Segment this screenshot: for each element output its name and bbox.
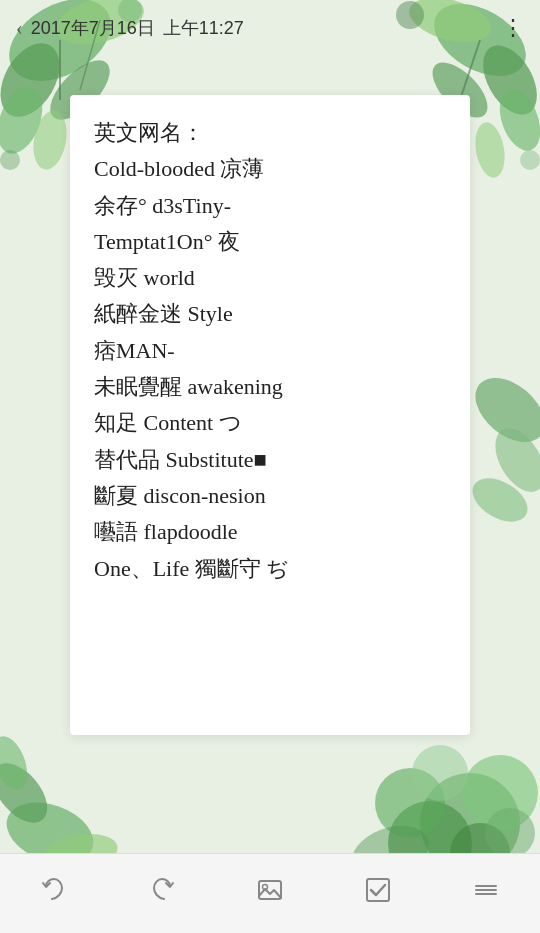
line-7: 痞MAN-: [94, 333, 446, 369]
svg-point-17: [520, 150, 540, 170]
svg-point-25: [462, 755, 538, 831]
svg-point-13: [492, 84, 540, 156]
status-left: ‹ 2017年7月16日 上午11:27: [16, 16, 244, 40]
redo-icon: [148, 876, 176, 904]
line-4: Temptat1On° 夜: [94, 224, 446, 260]
svg-point-20: [0, 753, 58, 832]
svg-point-29: [485, 808, 535, 858]
undo-icon: [40, 876, 68, 904]
line-12: 囈語 flapdoodle: [94, 514, 446, 550]
svg-point-28: [412, 745, 468, 801]
svg-point-5: [29, 108, 71, 173]
svg-point-15: [471, 120, 508, 180]
more-options-icon: [472, 876, 500, 904]
image-button[interactable]: [248, 868, 292, 912]
line-6: 紙醉金迷 Style: [94, 296, 446, 332]
svg-rect-34: [259, 881, 281, 899]
content-text: 英文网名： Cold-blooded 凉薄 余存° d3sTiny- Tempt…: [94, 115, 446, 587]
svg-point-32: [485, 420, 540, 501]
line-2: Cold-blooded 凉薄: [94, 151, 446, 187]
undo-button[interactable]: [32, 868, 76, 912]
line-9: 知足 Content つ: [94, 405, 446, 441]
line-8: 未眠覺醒 awakening: [94, 369, 446, 405]
bottom-toolbar: [0, 853, 540, 933]
svg-point-26: [375, 768, 445, 838]
svg-point-22: [0, 732, 34, 795]
line-3: 余存° d3sTiny-: [94, 188, 446, 224]
more-options-button[interactable]: [464, 868, 508, 912]
status-time: 上午11:27: [163, 16, 244, 40]
more-icon[interactable]: ⋮: [502, 15, 524, 41]
back-arrow[interactable]: ‹: [16, 17, 23, 40]
status-date: 2017年7月16日: [31, 16, 155, 40]
svg-point-7: [0, 150, 20, 170]
svg-point-31: [463, 365, 540, 455]
line-11: 斷夏 discon-nesion: [94, 478, 446, 514]
svg-point-3: [0, 80, 51, 159]
line-5: 毁灭 world: [94, 260, 446, 296]
svg-point-33: [465, 469, 535, 530]
redo-button[interactable]: [140, 868, 184, 912]
line-13: One、Life 獨斷守 ぢ: [94, 551, 446, 587]
check-icon: [364, 876, 392, 904]
line-1: 英文网名：: [94, 115, 446, 151]
content-card: 英文网名： Cold-blooded 凉薄 余存° d3sTiny- Tempt…: [70, 95, 470, 735]
status-bar: ‹ 2017年7月16日 上午11:27 ⋮: [0, 0, 540, 56]
image-icon: [256, 876, 284, 904]
check-button[interactable]: [356, 868, 400, 912]
line-10: 替代品 Substitute■: [94, 442, 446, 478]
